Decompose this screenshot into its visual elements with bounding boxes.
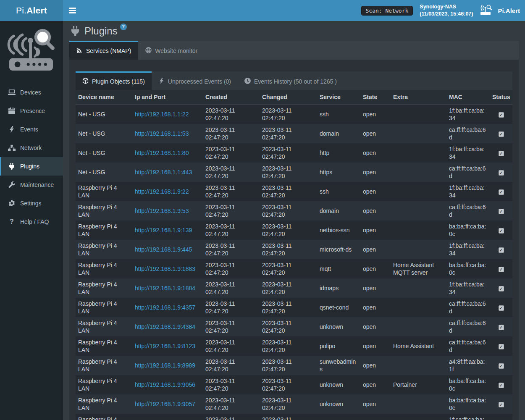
device-name-cell: Raspberry Pi 4 LAN xyxy=(76,182,132,201)
status-cell: ✓ xyxy=(490,163,512,182)
tab-services-nmap[interactable]: Services (NMAP) xyxy=(69,41,138,60)
service-cell: sunwebadmins xyxy=(317,356,360,375)
ip-port-cell: http://192.168.1.9:8989 xyxy=(132,356,203,375)
ip-port-link[interactable]: http://192.168.1.9:22 xyxy=(135,188,189,195)
state-cell: open xyxy=(360,220,391,240)
status-cell: ✓ xyxy=(490,201,512,220)
mac-cell: ba:ba:ff:ca:ba:0c xyxy=(446,394,490,414)
ip-port-link[interactable]: http://192.168.1.1:22 xyxy=(135,111,189,118)
table-header-row: Device nameIp and PortCreatedChangedServ… xyxy=(76,90,512,104)
subtab-plugin-objects-115[interactable]: Plugin Objects (115) xyxy=(76,71,152,90)
cube-icon xyxy=(82,78,89,85)
ip-port-link[interactable]: http://192.168.1.9:8123 xyxy=(135,343,195,349)
status-checkbox[interactable]: ✓ xyxy=(499,344,504,349)
sidebar-logo xyxy=(0,21,63,76)
sidebar-item-events[interactable]: Events xyxy=(0,120,63,139)
subtab-label: Plugin Objects (115) xyxy=(92,78,145,85)
content-area: Plugins ? Services (NMAP)Website monitor… xyxy=(63,21,525,420)
ip-port-cell: http://192.168.1.9:9056 xyxy=(132,375,203,394)
status-checkbox[interactable]: ✓ xyxy=(499,228,504,234)
status-checkbox[interactable]: ✓ xyxy=(499,170,504,176)
device-name-cell: Raspberry Pi 4 LAN xyxy=(76,278,132,298)
ip-port-link[interactable]: http://192.168.1.1:53 xyxy=(135,130,189,137)
created-cell: 2023-03-11 02:47:20 xyxy=(203,414,260,420)
subtab-events-history-50-out-of-1265[interactable]: Events History (50 out of 1265 ) xyxy=(238,71,344,90)
status-checkbox[interactable]: ✓ xyxy=(499,151,504,156)
status-checkbox[interactable]: ✓ xyxy=(499,325,504,330)
sidebar-toggle-button[interactable] xyxy=(63,0,81,21)
ip-port-link[interactable]: http://192.168.1.1:80 xyxy=(135,150,189,156)
bolt-icon xyxy=(8,126,16,133)
status-cell: ✓ xyxy=(490,104,512,124)
table-row: Raspberry Pi 4 LANhttp://192.168.1.9:188… xyxy=(76,259,512,278)
signal-icon xyxy=(76,47,83,55)
device-name-cell: Raspberry Pi 4 LAN xyxy=(76,394,132,414)
changed-cell: 2023-03-11 02:47:20 xyxy=(260,124,317,143)
service-cell: unknown xyxy=(317,414,360,420)
status-checkbox[interactable]: ✓ xyxy=(499,383,504,388)
device-name-cell: Raspberry Pi 4 LAN xyxy=(76,220,132,240)
extra-cell xyxy=(391,182,446,201)
ip-port-link[interactable]: http://192.168.1.9:53 xyxy=(135,207,189,214)
ip-port-link[interactable]: http://192.168.1.1:443 xyxy=(135,169,192,176)
ip-port-link[interactable]: http://192.168.1.9:445 xyxy=(135,246,192,253)
mac-cell: ca:ff:ff:ca:ba:6d xyxy=(446,163,490,182)
created-cell: 2023-03-11 02:47:20 xyxy=(203,375,260,394)
ip-port-link[interactable]: http://192.168.1.9:1884 xyxy=(135,285,195,291)
tab-website-monitor[interactable]: Website monitor xyxy=(138,41,205,60)
help-badge[interactable]: ? xyxy=(120,24,127,30)
sidebar-item-plugins[interactable]: Plugins xyxy=(0,157,63,176)
page-title-row: Plugins ? xyxy=(63,21,525,41)
sidebar-item-label: Help / FAQ xyxy=(20,218,49,225)
table-row: Raspberry Pi 4 LANhttp://192.168.1.9:445… xyxy=(76,240,512,259)
ip-port-link[interactable]: http://192.168.1.9:4384 xyxy=(135,323,195,330)
status-checkbox[interactable]: ✓ xyxy=(499,305,504,311)
created-cell: 2023-03-11 02:47:20 xyxy=(203,163,260,182)
extra-cell xyxy=(391,356,446,375)
brand-logo[interactable]: Pi.Alert xyxy=(0,0,63,21)
changed-cell: 2023-03-11 02:47:20 xyxy=(260,143,317,163)
changed-cell: 2023-03-11 02:47:20 xyxy=(260,375,317,394)
changed-cell: 2023-03-11 02:47:20 xyxy=(260,104,317,124)
ip-port-link[interactable]: http://192.168.1.9:139 xyxy=(135,227,192,234)
status-checkbox[interactable]: ✓ xyxy=(499,402,504,407)
table-row: Raspberry Pi 4 LANhttp://192.168.1.9:905… xyxy=(76,394,512,414)
mac-cell: 1f:ba:ff:ca:ba:34 xyxy=(446,240,490,259)
subtab-unprocessed-events-0[interactable]: Unprocessed Events (0) xyxy=(152,71,238,90)
device-name-cell: Raspberry Pi 4 LAN xyxy=(76,240,132,259)
extra-cell xyxy=(391,201,446,220)
column-header-extra: Extra xyxy=(391,90,446,104)
device-name-cell: Raspberry Pi 4 LAN xyxy=(76,356,132,375)
status-checkbox[interactable]: ✓ xyxy=(499,189,504,195)
ip-port-link[interactable]: http://192.168.1.9:9057 xyxy=(135,401,195,407)
sidebar-item-settings[interactable]: Settings xyxy=(0,194,63,213)
ip-port-link[interactable]: http://192.168.1.9:8989 xyxy=(135,362,195,369)
extra-cell: Portainer xyxy=(391,375,446,394)
ip-port-link[interactable]: http://192.168.1.9:1883 xyxy=(135,265,195,272)
status-checkbox[interactable]: ✓ xyxy=(499,267,504,272)
status-checkbox[interactable]: ✓ xyxy=(499,247,504,253)
status-cell: ✓ xyxy=(490,375,512,394)
brand-prefix: Pi. xyxy=(16,5,26,16)
subtab-label: Events History (50 out of 1265 ) xyxy=(254,78,337,85)
column-header-ip-and-port: Ip and Port xyxy=(132,90,203,104)
created-cell: 2023-03-11 02:47:20 xyxy=(203,201,260,220)
changed-cell: 2023-03-11 02:47:20 xyxy=(260,317,317,336)
state-cell: open xyxy=(360,394,391,414)
status-checkbox[interactable]: ✓ xyxy=(499,209,504,214)
sidebar-item-devices[interactable]: Devices xyxy=(0,83,63,102)
status-cell: ✓ xyxy=(490,356,512,375)
sidebar-item-help-faq[interactable]: ?Help / FAQ xyxy=(0,213,63,231)
status-checkbox[interactable]: ✓ xyxy=(499,363,504,369)
sidebar-item-network[interactable]: Network xyxy=(0,139,63,157)
router-scan-icon xyxy=(480,4,494,17)
sidebar-item-maintenance[interactable]: Maintenance xyxy=(0,176,63,194)
ip-port-link[interactable]: http://192.168.1.9:9056 xyxy=(135,381,195,388)
status-checkbox[interactable]: ✓ xyxy=(499,131,504,137)
ip-port-link[interactable]: http://192.168.1.9:4357 xyxy=(135,304,195,311)
created-cell: 2023-03-11 02:47:20 xyxy=(203,182,260,201)
sidebar-item-presence[interactable]: Presence xyxy=(0,102,63,120)
status-checkbox[interactable]: ✓ xyxy=(499,286,504,291)
status-checkbox[interactable]: ✓ xyxy=(499,112,504,118)
status-cell: ✓ xyxy=(490,414,512,420)
